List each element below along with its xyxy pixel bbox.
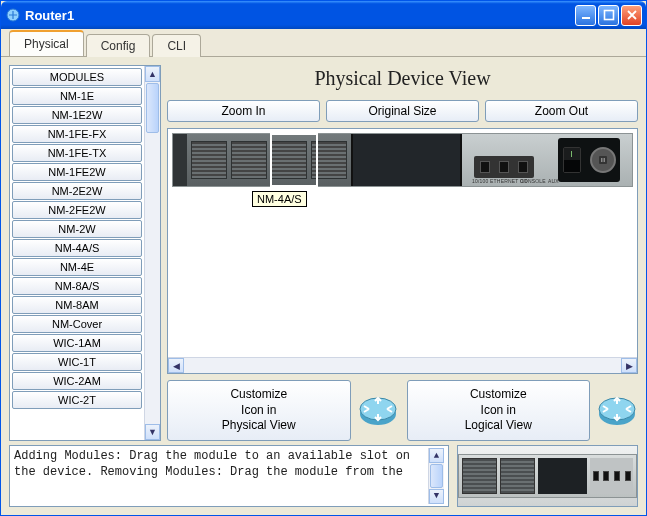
minimize-button[interactable] bbox=[575, 5, 596, 26]
scroll-down-icon[interactable]: ▼ bbox=[429, 489, 444, 504]
scroll-up-icon[interactable]: ▲ bbox=[429, 448, 444, 463]
device-chassis[interactable]: 10/100 ETHERNET 0/0 CONSOLE AUX I bbox=[172, 133, 633, 187]
port-label-console: CONSOLE bbox=[520, 178, 546, 184]
module-item[interactable]: NM-1FE-FX bbox=[12, 125, 142, 143]
svg-rect-1 bbox=[582, 17, 590, 19]
module-item[interactable]: WIC-2AM bbox=[12, 372, 142, 390]
scroll-right-icon[interactable]: ▶ bbox=[621, 358, 637, 373]
svg-rect-3 bbox=[599, 156, 607, 164]
preview-slot bbox=[538, 458, 587, 494]
power-socket-icon bbox=[590, 147, 616, 173]
module-item[interactable]: NM-4E bbox=[12, 258, 142, 276]
scroll-down-icon[interactable]: ▼ bbox=[145, 424, 160, 440]
power-switch[interactable]: I bbox=[563, 147, 581, 173]
module-item[interactable]: NM-4A/S bbox=[12, 239, 142, 257]
tab-content: MODULES NM-1E NM-1E2W NM-1FE-FX NM-1FE-T… bbox=[1, 57, 646, 445]
module-item[interactable]: NM-8A/S bbox=[12, 277, 142, 295]
ethernet-port[interactable] bbox=[480, 161, 490, 173]
nm-slot[interactable] bbox=[351, 134, 462, 186]
preview-chassis bbox=[458, 454, 637, 498]
window-title: Router1 bbox=[25, 8, 74, 23]
module-preview[interactable] bbox=[457, 445, 638, 507]
tab-cli[interactable]: CLI bbox=[152, 34, 201, 57]
app-icon bbox=[5, 7, 21, 23]
zoom-out-button[interactable]: Zoom Out bbox=[485, 100, 638, 122]
modules-header: MODULES bbox=[12, 68, 142, 86]
preview-port bbox=[593, 471, 599, 481]
modules-list: MODULES NM-1E NM-1E2W NM-1FE-FX NM-1FE-T… bbox=[10, 66, 144, 440]
tabstrip: Physical Config CLI bbox=[1, 29, 646, 57]
power-off-icon bbox=[564, 160, 580, 172]
modules-column: MODULES NM-1E NM-1E2W NM-1FE-FX NM-1FE-T… bbox=[9, 65, 161, 441]
port-label-aux: AUX bbox=[548, 178, 559, 184]
preview-port bbox=[603, 471, 609, 481]
router-icon bbox=[596, 390, 638, 432]
scroll-up-icon[interactable]: ▲ bbox=[145, 66, 160, 82]
wic-slot[interactable] bbox=[271, 141, 307, 179]
power-on-icon: I bbox=[564, 148, 580, 160]
port-cluster[interactable] bbox=[474, 156, 534, 178]
modules-list-wrap: MODULES NM-1E NM-1E2W NM-1FE-FX NM-1FE-T… bbox=[9, 65, 161, 441]
customize-physical-button[interactable]: Customize Icon in Physical View bbox=[167, 380, 351, 441]
module-item[interactable]: WIC-1AM bbox=[12, 334, 142, 352]
module-item[interactable]: NM-Cover bbox=[12, 315, 142, 333]
wic-slot[interactable] bbox=[311, 141, 347, 179]
preview-port bbox=[614, 471, 620, 481]
preview-port bbox=[625, 471, 631, 481]
preview-io bbox=[590, 458, 633, 494]
close-button[interactable] bbox=[621, 5, 642, 26]
module-item[interactable]: NM-1E2W bbox=[12, 106, 142, 124]
module-item[interactable]: WIC-2T bbox=[12, 391, 142, 409]
module-item[interactable]: NM-2W bbox=[12, 220, 142, 238]
console-port[interactable] bbox=[499, 161, 509, 173]
tab-physical[interactable]: Physical bbox=[9, 30, 84, 56]
original-size-button[interactable]: Original Size bbox=[326, 100, 479, 122]
maximize-button[interactable] bbox=[598, 5, 619, 26]
device-h-scrollbar[interactable]: ◀ ▶ bbox=[168, 357, 637, 373]
wic-slot[interactable] bbox=[231, 141, 267, 179]
aux-port[interactable] bbox=[518, 161, 528, 173]
preview-slot bbox=[462, 458, 497, 494]
wic-slot[interactable] bbox=[191, 141, 227, 179]
module-item[interactable]: NM-1FE2W bbox=[12, 163, 142, 181]
svg-rect-2 bbox=[604, 11, 613, 20]
tab-config[interactable]: Config bbox=[86, 34, 151, 57]
tooltip: NM-4A/S bbox=[252, 191, 307, 207]
scroll-thumb[interactable] bbox=[430, 464, 443, 487]
device-view[interactable]: 10/100 ETHERNET 0/0 CONSOLE AUX I bbox=[167, 128, 638, 374]
preview-slot bbox=[500, 458, 535, 494]
power-area: I bbox=[558, 138, 620, 182]
instructions-box: Adding Modules: Drag the module to an av… bbox=[9, 445, 449, 507]
customize-logical-button[interactable]: Customize Icon in Logical View bbox=[407, 380, 591, 441]
scroll-thumb[interactable] bbox=[146, 83, 159, 133]
wic-slot-bay[interactable] bbox=[187, 134, 351, 186]
module-item[interactable]: WIC-1T bbox=[12, 353, 142, 371]
modules-scrollbar[interactable]: ▲ ▼ bbox=[144, 66, 160, 440]
svg-rect-5 bbox=[603, 158, 605, 162]
instructions-text: Adding Modules: Drag the module to an av… bbox=[14, 448, 428, 504]
module-item[interactable]: NM-1FE-TX bbox=[12, 144, 142, 162]
module-item[interactable]: NM-2FE2W bbox=[12, 201, 142, 219]
instructions-scrollbar[interactable]: ▲ ▼ bbox=[428, 448, 444, 504]
module-item[interactable]: NM-1E bbox=[12, 87, 142, 105]
chassis-ear bbox=[173, 134, 187, 186]
svg-rect-4 bbox=[601, 158, 603, 162]
scroll-left-icon[interactable]: ◀ bbox=[168, 358, 184, 373]
bottom-row: Adding Modules: Drag the module to an av… bbox=[1, 445, 646, 515]
router-icon bbox=[357, 390, 399, 432]
window: Router1 Physical Config CLI MODULES NM-1… bbox=[0, 0, 647, 516]
module-item[interactable]: NM-8AM bbox=[12, 296, 142, 314]
chassis-io: 10/100 ETHERNET 0/0 CONSOLE AUX I bbox=[462, 134, 632, 186]
module-item[interactable]: NM-2E2W bbox=[12, 182, 142, 200]
titlebar: Router1 bbox=[1, 1, 646, 29]
device-column: Physical Device View Zoom In Original Si… bbox=[167, 65, 638, 441]
page-title: Physical Device View bbox=[167, 67, 638, 90]
zoom-in-button[interactable]: Zoom In bbox=[167, 100, 320, 122]
customize-row: Customize Icon in Physical View Customiz… bbox=[167, 380, 638, 441]
zoom-controls: Zoom In Original Size Zoom Out bbox=[167, 100, 638, 122]
